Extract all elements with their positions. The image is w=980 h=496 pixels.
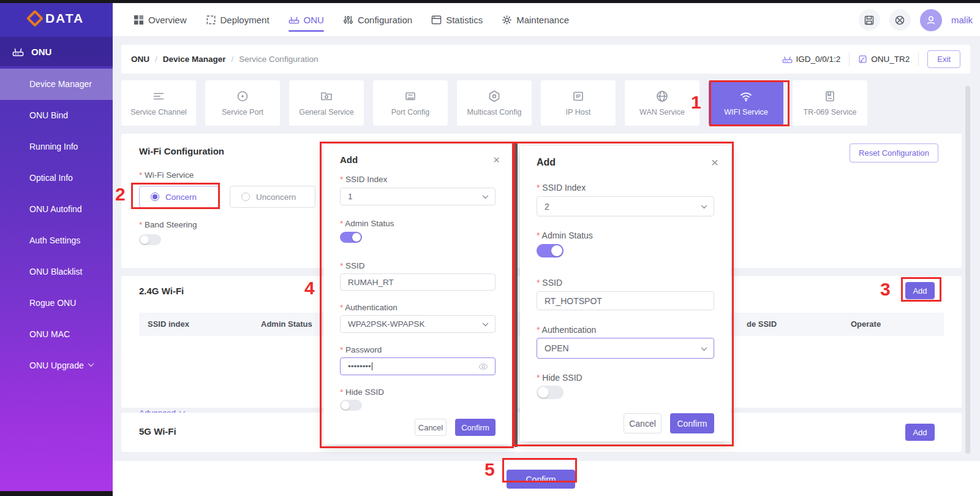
ssid-input[interactable]: RT_HOTSPOT	[537, 291, 714, 310]
scrollbar[interactable]	[965, 86, 970, 454]
tab-label: General Service	[299, 108, 354, 116]
nav-item-overview[interactable]: Overview	[134, 3, 187, 37]
ssid-index-value: 2	[545, 202, 549, 212]
authentication-value: WPA2PSK-WPAPSK	[348, 319, 425, 329]
reset-configuration-button[interactable]: Reset Configuration	[850, 143, 938, 162]
band-steering-label: Band Steering	[139, 220, 197, 229]
confirm-button[interactable]: Confirm	[670, 413, 714, 433]
tab-wifi-service[interactable]: WIFI Service	[709, 80, 783, 126]
unconcern-label: Unconcern	[256, 193, 296, 202]
breadcrumb-right-group: IGD_0/0/1:2 ONU_TR2 Exit	[782, 50, 960, 68]
admin-status-toggle[interactable]	[537, 244, 564, 258]
hide-ssid-toggle[interactable]	[537, 386, 564, 399]
password-value: ••••••••	[348, 362, 371, 371]
language-button[interactable]	[889, 9, 911, 31]
cancel-button[interactable]: Cancel	[415, 419, 447, 436]
gear-icon	[502, 15, 512, 25]
authentication-select[interactable]: WPA2PSK-WPAPSK	[340, 315, 496, 333]
ssid-index-select[interactable]: 1	[340, 188, 496, 205]
username[interactable]: malik	[951, 15, 973, 25]
toggle-knob	[140, 235, 149, 244]
authentication-label: Authentication	[340, 303, 398, 312]
exit-button[interactable]: Exit	[927, 50, 960, 68]
tab-label: Port Config	[391, 108, 430, 116]
tab-general-service[interactable]: General Service	[289, 80, 364, 126]
tab-label: TR-069 Service	[804, 108, 857, 116]
nav-label: Maintenance	[516, 15, 569, 25]
add-5g-button[interactable]: Add	[905, 424, 935, 441]
ssid-label: SSID	[537, 278, 562, 288]
brand-name: DATA	[45, 11, 84, 26]
hide-ssid-toggle[interactable]	[340, 400, 362, 411]
admin-status-label: Admin Status	[340, 219, 394, 228]
annotation-number-2: 2	[115, 184, 126, 205]
window-edge-bottom	[0, 491, 113, 496]
footer-confirm-button[interactable]: Confirm	[507, 470, 575, 489]
sidebar-item-onu-autofind[interactable]: ONU Autofind	[0, 194, 113, 225]
eye-icon[interactable]	[478, 363, 488, 370]
window-edge-top	[0, 0, 980, 3]
concern-option[interactable]: Concern	[139, 186, 219, 208]
person-icon	[925, 14, 937, 26]
confirm-button[interactable]: Confirm	[455, 419, 496, 436]
tab-service-port[interactable]: Service Port	[205, 80, 280, 126]
column-admin-status: Admin Status	[261, 319, 312, 329]
sidebar-item-label: Rogue ONU	[29, 288, 76, 319]
sidebar-item-optical-info[interactable]: Optical Info	[0, 162, 113, 194]
brand-logo[interactable]: DATA	[0, 0, 113, 37]
column-hide-ssid: de SSID	[747, 319, 777, 329]
band-steering-toggle[interactable]	[139, 234, 161, 245]
ssid-index-select[interactable]: 2	[537, 196, 714, 216]
tab-port-config[interactable]: Port Config	[373, 80, 448, 126]
router-icon	[12, 47, 24, 56]
close-icon[interactable]: ×	[493, 154, 500, 166]
nav-item-statistics[interactable]: Statistics	[431, 3, 483, 37]
authentication-select[interactable]: OPEN	[537, 338, 714, 359]
sidebar-item-onu-upgrade[interactable]: ONU Upgrade	[0, 350, 113, 381]
breadcrumb-device-manager[interactable]: Device Manager	[163, 55, 226, 64]
sidebar-item-running-info[interactable]: Running Info	[0, 131, 113, 162]
sidebar-item-onu-mac[interactable]: ONU MAC	[0, 319, 113, 350]
nav-item-configuration[interactable]: Configuration	[343, 3, 412, 37]
concern-label: Concern	[165, 193, 197, 202]
admin-status-toggle[interactable]	[340, 232, 362, 243]
password-input[interactable]: ••••••••	[340, 357, 496, 375]
ethernet-icon	[404, 90, 417, 103]
tab-multicast-config[interactable]: Multicast Config	[457, 80, 532, 126]
sidebar-item-rogue-onu[interactable]: Rogue ONU	[0, 288, 113, 319]
nav-item-maintenance[interactable]: Maintenance	[502, 3, 569, 37]
sidebar-item-onu-blacklist[interactable]: ONU Blacklist	[0, 256, 113, 288]
tab-tr069-service[interactable]: TR-069 Service	[793, 80, 867, 126]
nav-label: ONU	[304, 15, 324, 25]
tab-service-channel[interactable]: Service Channel	[121, 80, 196, 126]
nav-label: Deployment	[221, 15, 270, 25]
wifi-5g-title: 5G Wi-Fi	[139, 426, 176, 437]
cancel-button[interactable]: Cancel	[624, 413, 662, 433]
close-icon[interactable]: ×	[711, 156, 718, 169]
breadcrumb-bar: ONU / Device Manager / Service Configura…	[121, 45, 970, 74]
ssid-input[interactable]: RUMAH_RT	[340, 273, 496, 291]
svg-text:IP: IP	[576, 93, 581, 99]
sidebar-item-onu-bind[interactable]: ONU Bind	[0, 100, 113, 131]
divider	[918, 53, 919, 66]
dialog-buttons: Cancel Confirm	[415, 419, 496, 436]
chevron-down-icon	[701, 202, 707, 208]
add-24g-button[interactable]: Add	[905, 282, 935, 299]
annotation-number-4: 4	[304, 278, 315, 299]
save-button[interactable]	[859, 9, 880, 31]
nav-item-onu[interactable]: ONU	[288, 3, 324, 37]
breadcrumb-separator: /	[232, 55, 234, 64]
wifi-icon	[739, 90, 753, 103]
sidebar-item-auth-settings[interactable]: Auth Settings	[0, 225, 113, 256]
user-avatar[interactable]	[920, 9, 942, 31]
sidebar-item-device-manager[interactable]: Device Manager	[0, 69, 113, 100]
annotation-number-5: 5	[484, 459, 495, 480]
sidebar-header-onu[interactable]: ONU	[0, 37, 113, 66]
nav-item-deployment[interactable]: Deployment	[206, 3, 270, 37]
text-caret	[372, 362, 372, 370]
tab-ip-host[interactable]: IP IP Host	[541, 80, 616, 126]
breadcrumb-onu[interactable]: ONU	[131, 55, 149, 64]
toggle-knob	[352, 233, 361, 242]
tab-wan-service[interactable]: WAN Service	[625, 80, 699, 126]
unconcern-option[interactable]: Unconcern	[230, 186, 315, 208]
